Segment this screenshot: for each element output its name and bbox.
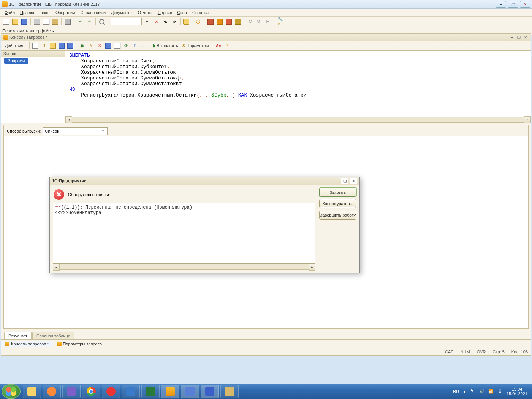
toolbar-combo-dropdown[interactable]: ▾ — [143, 18, 151, 25]
taskbar-app2[interactable] — [220, 385, 239, 398]
mdi-restore-button[interactable]: ❐ — [516, 35, 522, 40]
qt-copy-icon[interactable] — [113, 42, 121, 49]
scroll-left-icon[interactable]: ◂ — [65, 116, 72, 123]
m-plus-button[interactable]: M+ — [256, 18, 263, 25]
doctab-params[interactable]: Параметры запроса — [53, 341, 106, 347]
menu-refs[interactable]: Справочники — [78, 10, 108, 16]
tab-result[interactable]: Результат — [4, 332, 32, 339]
window-close-button[interactable]: ✕ — [520, 1, 530, 8]
taskbar-word[interactable] — [201, 385, 219, 398]
paste-button[interactable] — [51, 18, 59, 25]
tools-dropdown[interactable]: 🔧▾ — [277, 18, 285, 25]
tray-show-hidden-icon[interactable]: ▲ — [463, 390, 466, 393]
doctab-console[interactable]: Консоль запросов * — [1, 341, 53, 347]
export-combo[interactable]: Список ▾ — [43, 127, 108, 135]
menu-file[interactable]: Файл — [2, 10, 17, 16]
m-button[interactable]: M — [247, 18, 254, 25]
qt-edit-icon[interactable]: ✎ — [87, 42, 95, 49]
tray-flag-icon[interactable]: ⚑ — [470, 389, 475, 394]
run-button[interactable]: Выполнить — [151, 43, 179, 49]
tray-battery-icon[interactable]: 🖥 — [497, 389, 503, 394]
qt-moveup-icon[interactable]: ⇧ — [131, 42, 138, 49]
window-maximize-button[interactable]: ▢ — [508, 1, 518, 8]
scroll-right-icon[interactable]: ▸ — [309, 264, 315, 271]
actions-dropdown[interactable]: Действия — [3, 43, 27, 49]
tab-pivot[interactable]: Сводная таблица — [32, 332, 74, 339]
taskbar-app1[interactable] — [122, 385, 140, 398]
taskbar-viber[interactable] — [62, 385, 81, 398]
tb-icon-3[interactable] — [225, 18, 233, 25]
new-button[interactable] — [2, 18, 10, 25]
start-button[interactable] — [2, 384, 21, 399]
editor-hscrollbar[interactable]: ◂ ▸ — [65, 117, 531, 123]
dialog-hscrollbar[interactable]: ◂ ▸ — [53, 264, 315, 270]
undo-button[interactable]: ↶ — [76, 18, 84, 25]
menu-reports[interactable]: Отчеты — [136, 10, 155, 16]
taskbar-explorer[interactable] — [23, 385, 41, 398]
qt-new-icon[interactable] — [32, 42, 39, 49]
scroll-left-icon[interactable]: ◂ — [53, 264, 60, 271]
toolbar-combo[interactable] — [111, 18, 142, 25]
menu-edit[interactable]: Правка — [18, 10, 36, 16]
qt-save-icon[interactable] — [58, 42, 65, 49]
calc-button[interactable] — [183, 19, 189, 25]
error-textbox[interactable]: err{(1,1)}: Переменная не определена (Но… — [53, 203, 315, 264]
copy-button[interactable] — [42, 18, 50, 25]
qt-delete-icon[interactable]: ✕ — [96, 42, 103, 49]
qt-open-icon[interactable] — [49, 42, 57, 49]
toolbar-clear-button[interactable]: ✕ — [152, 18, 160, 25]
tray-clock[interactable]: 15:04 15.04.2021 — [507, 387, 527, 396]
configurator-button[interactable]: Конфигуратор... — [319, 199, 356, 208]
qt-help-icon[interactable]: ? — [223, 42, 231, 49]
taskbar-media[interactable] — [43, 385, 61, 398]
taskbar-save[interactable] — [181, 385, 199, 398]
taskbar-1c[interactable] — [161, 385, 179, 398]
tb-icon-1[interactable] — [207, 18, 214, 25]
qt-refresh-icon[interactable]: ⟳ — [122, 42, 130, 49]
menu-windows[interactable]: Окна — [175, 10, 189, 16]
dialog-titlebar[interactable]: 1С:Предприятие ▢ ✕ — [50, 177, 359, 185]
open-button[interactable] — [11, 18, 19, 25]
menu-operations[interactable]: Операции — [53, 10, 77, 16]
qt-save2-icon[interactable] — [104, 42, 112, 49]
dialog-close-button[interactable]: ✕ — [350, 178, 357, 184]
scroll-right-icon[interactable]: ▸ — [524, 116, 531, 123]
terminate-button[interactable]: Завершить работу — [319, 211, 356, 220]
redo-button[interactable]: ↷ — [86, 18, 93, 25]
close-button[interactable]: Закрыть — [319, 188, 356, 197]
tray-volume-icon[interactable]: 🔊 — [479, 389, 484, 394]
qt-font-icon[interactable]: Aπ — [214, 42, 222, 49]
dialog-maximize-button[interactable]: ▢ — [341, 178, 348, 184]
taskbar-excel[interactable] — [141, 385, 160, 398]
window-minimize-button[interactable]: ━ — [496, 1, 506, 8]
nav-back-button[interactable]: ⟲ — [162, 18, 169, 25]
qt-saveas-icon[interactable] — [66, 42, 74, 49]
query-code-editor[interactable]: ВЫБРАТЬ ХозрасчетныйОстатки.Счет, Хозрас… — [65, 51, 531, 117]
mdi-title: Консоль запросов * — [10, 35, 48, 40]
m-minus-button[interactable]: M- — [265, 18, 272, 25]
qt-up-icon[interactable]: ⬆ — [40, 42, 48, 49]
tb-icon-4[interactable] — [234, 18, 242, 25]
menu-service[interactable]: Сервис — [155, 10, 174, 16]
menu-help[interactable]: Справка — [190, 10, 211, 16]
cut-button[interactable] — [33, 18, 41, 25]
menu-text[interactable]: Текст — [37, 10, 52, 16]
info-button[interactable]: ⓘ — [194, 18, 202, 25]
nav-fwd-button[interactable]: ⟳ — [171, 18, 178, 25]
find-button[interactable] — [98, 18, 106, 25]
tb-icon-2[interactable] — [216, 18, 223, 25]
switch-interface-dropdown[interactable]: Переключить интерфейс — [2, 28, 54, 33]
mdi-minimize-button[interactable]: ━ — [509, 35, 515, 40]
tree-item-queries[interactable]: Запросы — [4, 58, 28, 64]
save-button[interactable] — [21, 18, 28, 25]
tray-network-icon[interactable]: 📶 — [488, 389, 494, 394]
mdi-close-button[interactable]: ✕ — [522, 35, 529, 40]
tray-language[interactable]: RU — [453, 389, 459, 394]
qt-movedown-icon[interactable]: ⇩ — [139, 42, 147, 49]
print-button[interactable] — [64, 18, 71, 25]
taskbar-chrome[interactable] — [82, 385, 100, 398]
taskbar-opera[interactable] — [102, 385, 120, 398]
params-button[interactable]: & Параметры — [181, 43, 211, 49]
qt-run-icon[interactable]: ◉ — [78, 42, 86, 49]
menu-docs[interactable]: Документы — [109, 10, 135, 16]
